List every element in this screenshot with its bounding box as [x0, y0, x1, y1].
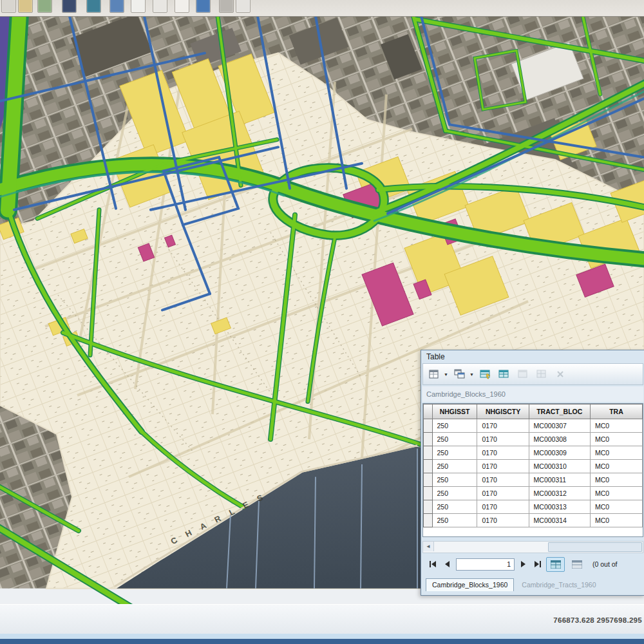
move-first-button[interactable]: [428, 559, 439, 569]
col-header-nhgisst[interactable]: NHGISST: [432, 404, 477, 419]
cell[interactable]: MC000309: [529, 446, 590, 460]
row-selector[interactable]: [424, 514, 433, 527]
table-row[interactable]: 250 0170 MC000307 MC0: [424, 419, 643, 433]
row-selector[interactable]: [424, 500, 433, 514]
cell[interactable]: MC0: [590, 446, 642, 460]
cell[interactable]: MC000313: [529, 500, 590, 514]
cell[interactable]: MC0: [590, 500, 642, 514]
cell[interactable]: MC0: [590, 487, 642, 500]
cell[interactable]: MC0: [590, 433, 642, 446]
table-row[interactable]: 250 0170 MC000311 MC0: [424, 473, 643, 487]
cell[interactable]: 250: [432, 433, 477, 446]
toolbar-icon-11[interactable]: [219, 0, 234, 13]
toolbar-icon-4[interactable]: [62, 0, 77, 13]
scrollbar-thumb[interactable]: [548, 542, 642, 552]
col-header-selector[interactable]: [424, 404, 433, 419]
toolbar-icon-8[interactable]: [153, 0, 167, 13]
move-previous-button[interactable]: [442, 559, 453, 569]
cell[interactable]: 0170: [477, 460, 529, 473]
selection-count-text: (0 out of: [592, 560, 618, 568]
table-window-title: Table: [421, 350, 644, 363]
cell[interactable]: MC0: [590, 419, 642, 433]
move-next-button[interactable]: [518, 559, 529, 569]
toolbar-icon-10[interactable]: [196, 0, 211, 13]
taskbar-strip-light: [0, 634, 644, 639]
table-tabs: Cambridge_Blocks_1960 Cambridge_Tracts_1…: [421, 575, 644, 591]
related-tables-caret[interactable]: ▼: [469, 372, 474, 377]
clear-selection-icon[interactable]: [516, 367, 530, 381]
move-last-button[interactable]: [532, 559, 543, 569]
cell[interactable]: MC000311: [529, 473, 590, 487]
table-row[interactable]: 250 0170 MC000310 MC0: [424, 460, 643, 473]
toolbar-icon-2[interactable]: [18, 0, 33, 13]
table-row[interactable]: 250 0170 MC000309 MC0: [424, 446, 643, 460]
cell[interactable]: MC0: [590, 460, 642, 473]
horizontal-scrollbar[interactable]: ◄: [422, 541, 643, 553]
table-options-caret[interactable]: ▼: [444, 372, 448, 377]
tab-cambridge-blocks[interactable]: Cambridge_Blocks_1960: [426, 578, 514, 591]
record-number-input[interactable]: 1: [456, 558, 515, 571]
col-header-nhgiscty[interactable]: NHGISCTY: [477, 404, 529, 419]
toolbar-icon-1[interactable]: [1, 0, 16, 13]
show-selected-records-toggle[interactable]: [568, 558, 585, 571]
header-row: NHGISST NHGISCTY TRACT_BLOC TRA: [424, 404, 643, 419]
switch-selection-icon[interactable]: [497, 367, 511, 381]
col-header-tra[interactable]: TRA: [590, 404, 642, 419]
zoom-to-selected-icon[interactable]: [535, 367, 549, 381]
cell[interactable]: 0170: [477, 446, 529, 460]
cell[interactable]: 250: [432, 446, 477, 460]
cell[interactable]: 250: [432, 419, 477, 433]
cell[interactable]: MC0: [590, 473, 642, 487]
record-navigation: 1 (0 out of: [421, 553, 644, 575]
row-selector[interactable]: [424, 446, 433, 460]
col-header-tract-bloc[interactable]: TRACT_BLOC: [529, 404, 590, 419]
cell[interactable]: 0170: [477, 514, 529, 527]
related-tables-icon[interactable]: [453, 367, 467, 381]
toolbar-icon-5[interactable]: [86, 0, 101, 13]
cell[interactable]: 250: [432, 487, 477, 500]
toolbar-icon-9[interactable]: [175, 0, 189, 13]
taskbar-strip-dark: [0, 639, 644, 644]
table-layer-label: Cambridge_Blocks_1960: [422, 386, 643, 402]
table-row[interactable]: 250 0170 MC000312 MC0: [424, 487, 643, 500]
cell[interactable]: 0170: [477, 433, 529, 446]
cell[interactable]: 250: [432, 500, 477, 514]
cell[interactable]: MC000312: [529, 487, 590, 500]
row-selector[interactable]: [424, 433, 433, 446]
cell[interactable]: MC000307: [529, 419, 590, 433]
toolbar-icon-7[interactable]: [131, 0, 146, 13]
table-toolbar: ▼ ▼: [422, 363, 643, 385]
cell[interactable]: MC0: [590, 514, 642, 527]
cell[interactable]: MC000310: [529, 460, 590, 473]
attribute-table-window[interactable]: Table ▼ ▼ Cambridge_Blocks_1960 N: [421, 350, 644, 596]
row-selector[interactable]: [424, 460, 433, 473]
toolbar-icon-3[interactable]: [37, 0, 52, 13]
table-row[interactable]: 250 0170 MC000314 MC0: [424, 514, 643, 527]
cell[interactable]: 0170: [477, 419, 529, 433]
toolbar-icon-6[interactable]: [109, 0, 124, 13]
attribute-grid[interactable]: NHGISST NHGISCTY TRACT_BLOC TRA 250 0170…: [422, 403, 643, 537]
table-options-icon[interactable]: [427, 367, 441, 381]
delete-selected-icon[interactable]: [553, 367, 567, 381]
cell[interactable]: MC000314: [529, 514, 590, 527]
select-by-attributes-icon[interactable]: [478, 367, 493, 381]
cell[interactable]: 250: [432, 460, 477, 473]
cell[interactable]: 250: [432, 514, 477, 527]
table-row[interactable]: 250 0170 MC000308 MC0: [424, 433, 643, 446]
cell[interactable]: 0170: [477, 500, 529, 514]
show-all-records-toggle[interactable]: [546, 557, 565, 572]
coordinates-display: 766873.628 2957698.295: [553, 616, 642, 624]
row-selector[interactable]: [424, 487, 433, 500]
table-row[interactable]: 250 0170 MC000313 MC0: [424, 500, 643, 514]
scroll-left-arrow[interactable]: ◄: [423, 542, 434, 551]
cell[interactable]: 0170: [477, 473, 529, 487]
cell[interactable]: 0170: [477, 487, 529, 500]
toolbar-icon-12[interactable]: [236, 0, 251, 13]
row-selector[interactable]: [424, 473, 433, 487]
tab-cambridge-tracts[interactable]: Cambridge_Tracts_1960: [516, 579, 601, 591]
cell[interactable]: MC000308: [529, 433, 590, 446]
status-bar: 766873.628 2957698.295: [0, 604, 644, 634]
row-selector[interactable]: [424, 419, 433, 433]
cell[interactable]: 250: [432, 473, 477, 487]
app-toolbar: [0, 0, 644, 17]
